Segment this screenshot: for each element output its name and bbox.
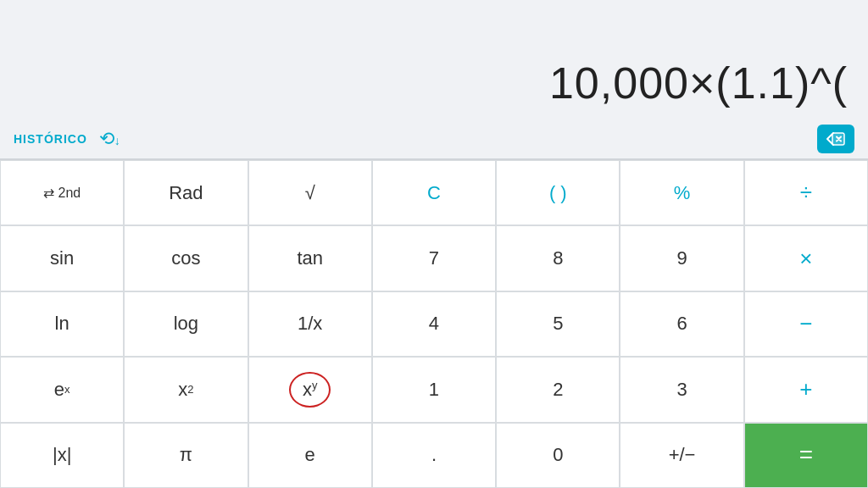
btn-5[interactable]: 5 [496, 291, 620, 357]
btn-div[interactable]: ÷ [744, 160, 868, 225]
btn-paren[interactable]: ( ) [496, 160, 620, 225]
btn-8[interactable]: 8 [496, 225, 620, 291]
btn-pct[interactable]: % [620, 160, 743, 225]
btn-ex[interactable]: ex [0, 357, 124, 422]
backspace-button[interactable] [817, 125, 854, 153]
btn-c[interactable]: C [372, 160, 496, 225]
btn-pm[interactable]: +/− [620, 423, 743, 488]
btn-sin[interactable]: sin [0, 225, 124, 291]
display-area: 10,000×(1.1)^( [0, 0, 868, 119]
btn-4[interactable]: 4 [372, 291, 496, 357]
btn-ln[interactable]: ln [0, 291, 124, 357]
btn-sub[interactable]: − [744, 291, 868, 357]
btn-2[interactable]: 2 [496, 357, 620, 422]
btn-rad[interactable]: Rad [124, 160, 248, 225]
display-expression: 10,000×(1.1)^( [549, 58, 848, 108]
btn-0[interactable]: 0 [496, 423, 620, 488]
btn-7[interactable]: 7 [372, 225, 496, 291]
btn-6[interactable]: 6 [620, 291, 743, 357]
calculator-grid: ⇄ 2ndRad√C( )%÷sincostan789×lnlog1/x456−… [0, 159, 868, 488]
btn-xy[interactable]: xy [248, 357, 372, 422]
btn-add[interactable]: + [744, 357, 868, 422]
btn-dot[interactable]: . [372, 423, 496, 488]
btn-tan[interactable]: tan [248, 225, 372, 291]
btn-e[interactable]: e [248, 423, 372, 488]
btn-inv[interactable]: 1/x [248, 291, 372, 357]
btn-1[interactable]: 1 [372, 357, 496, 422]
btn-x2[interactable]: x2 [124, 357, 248, 422]
btn-pi[interactable]: π [124, 423, 248, 488]
rotate-icon[interactable]: ⟲↓ [99, 128, 120, 150]
btn-9[interactable]: 9 [620, 225, 743, 291]
btn-3[interactable]: 3 [620, 357, 743, 422]
btn-abs[interactable]: |x| [0, 423, 124, 488]
btn-mul[interactable]: × [744, 225, 868, 291]
btn-log[interactable]: log [124, 291, 248, 357]
btn-eq[interactable]: = [744, 423, 868, 488]
btn-cos[interactable]: cos [124, 225, 248, 291]
btn-2nd[interactable]: ⇄ 2nd [0, 160, 124, 225]
btn-sqrt[interactable]: √ [248, 160, 372, 225]
history-label[interactable]: HISTÓRICO [14, 132, 87, 146]
history-bar: HISTÓRICO ⟲↓ [0, 119, 868, 159]
